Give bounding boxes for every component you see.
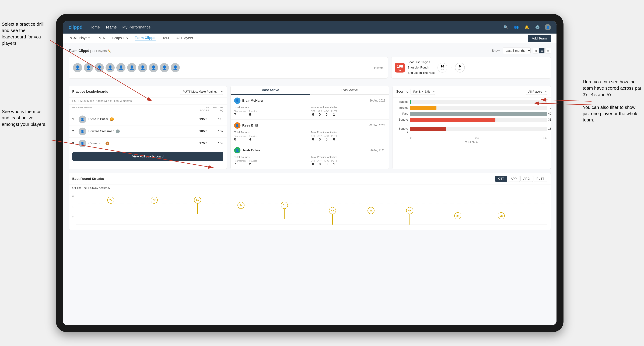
player-avatar[interactable]: 👤 — [116, 63, 126, 72]
players-label: Players — [374, 66, 384, 70]
x-axis-label: Total Shots — [396, 141, 547, 144]
rounds-row: Tournament 7 Practice 6 — [234, 110, 309, 117]
nav-logo: clippd — [68, 24, 82, 30]
lb-avatar: 👤 — [78, 116, 86, 123]
bar-label-birdies: Birdies — [396, 106, 408, 110]
player-avatar[interactable]: 👤 — [160, 63, 169, 72]
practice-activities-group: Total Practice Activities OTT 0 APP 0 — [311, 106, 385, 117]
streak-point: 4x — [406, 207, 413, 224]
player-avatar[interactable]: 👤 — [84, 63, 93, 72]
nav-performance[interactable]: My Performance — [122, 25, 150, 29]
search-icon[interactable]: 🔍 — [502, 24, 509, 30]
ipad-screen: clippd Home Teams My Performance 🔍 👥 🔔 ⚙… — [63, 21, 556, 325]
leaderboard-cols: PLAYER NAME PB SCORE PB AVG SQ — [69, 105, 227, 113]
rank: 1 — [72, 117, 76, 121]
player-avatar[interactable]: 👤 — [73, 63, 82, 72]
lb-name: Cameron... — [88, 142, 104, 145]
streak-point: 7x — [107, 197, 114, 214]
nav-home[interactable]: Home — [90, 25, 100, 29]
arg-item: ARG 0 — [324, 160, 329, 166]
player-avatar[interactable]: 👤 — [95, 63, 104, 72]
show-period-select[interactable]: Last 3 months Last 6 months Last year — [502, 47, 530, 54]
player-card-header: 👤 Rees Britt 02 Sep 2023 — [234, 122, 385, 129]
subnav-team-clippd[interactable]: Team Clippd — [135, 36, 156, 41]
bar-track-dbogeys: 131 — [410, 127, 547, 131]
streaks-tab-putt[interactable]: PUTT — [534, 176, 547, 182]
bar-track-bogeys: 311 — [410, 118, 547, 122]
player-card-name: 👤 Blair McHarg — [234, 98, 263, 104]
practice-grid: OTT 0 APP 0 ARG 0 — [311, 135, 385, 141]
col-player-name: PLAYER NAME — [72, 106, 195, 112]
player-name-text: Josh Coles — [242, 148, 260, 152]
subnav-pgat[interactable]: PGAT Players — [68, 36, 90, 41]
subnav-hcaps[interactable]: Hcaps 1-5 — [112, 36, 128, 41]
bell-icon[interactable]: 🔔 — [524, 24, 530, 30]
streak-line — [198, 204, 198, 214]
practice-col: Practice 6 — [249, 110, 257, 117]
three-col-layout: Practice Leaderboards PUTT Must Make Put… — [68, 86, 551, 169]
drill-select[interactable]: PUTT Must Make Putting... — [180, 89, 223, 95]
par-filter-select[interactable]: Par 3, 4 & 5s Par 3s Par 4s Par 5s — [410, 89, 435, 95]
practice-leaderboards-panel: Practice Leaderboards PUTT Must Make Put… — [68, 86, 227, 169]
streaks-title: Best Round Streaks — [72, 177, 104, 181]
tab-most-active[interactable]: Most Active — [231, 86, 310, 95]
streaks-tabs: OTT APP ARG PUTT — [495, 176, 547, 182]
players-filter-select[interactable]: All Players — [526, 89, 547, 95]
player-avatar[interactable]: 👤 — [127, 63, 136, 72]
streak-line — [332, 214, 333, 224]
nav-teams[interactable]: Teams — [105, 25, 117, 29]
scoring-title: Scoring — [396, 90, 408, 93]
app-item: APP 0 — [318, 160, 322, 166]
grid-view-icon[interactable]: ⊞ — [533, 48, 538, 53]
streak-circle: 6x — [151, 197, 158, 204]
streaks-chart: 6 4 2 7x 6x 6x — [69, 191, 551, 230]
player-date: 02 Sep 2023 — [370, 124, 385, 127]
add-team-button[interactable]: Add Team — [528, 35, 551, 42]
scoring-panel: Scoring Par 3, 4 & 5s Par 3s Par 4s Par … — [392, 86, 551, 169]
tournament-col: Tournament 8 — [234, 135, 246, 141]
list-view-icon[interactable]: ☰ — [539, 48, 544, 53]
bar-label-dbogeys: D. Bogeys + — [396, 124, 408, 134]
player-avatar[interactable]: 👤 — [138, 63, 147, 72]
player-avatar[interactable]: 👤 — [106, 63, 114, 72]
total-rounds-group: Total Rounds Tournament 7 Practice 6 — [234, 106, 309, 117]
tab-least-active[interactable]: Least Active — [310, 86, 389, 95]
shot-details: Shot Dist: 16 yds Start Lie: Rough End L… — [408, 60, 435, 76]
avatar[interactable]: 👤 — [544, 24, 551, 30]
streak-point: 3x — [498, 212, 505, 230]
subnav-pga[interactable]: PGA — [98, 36, 105, 41]
putt-item: PUTT 0 — [331, 135, 337, 141]
users-icon[interactable]: 👥 — [513, 24, 520, 30]
player-stats: Total Rounds Tournament 7 Practice 6 — [234, 106, 385, 117]
streaks-subtitle: Off The Tee, Fairway Accuracy — [69, 185, 551, 191]
bar-row-dbogeys: D. Bogeys + 131 — [396, 124, 547, 134]
bar-value-dbogeys: 131 — [548, 127, 551, 130]
player-date: 26 Aug 2023 — [370, 99, 385, 102]
streaks-tab-app[interactable]: APP — [508, 176, 520, 182]
subnav-all-players[interactable]: All Players — [176, 36, 193, 41]
leaderboard-row: 1 👤 Richard Butler 🏆 19/20 110 — [69, 113, 227, 125]
putt-item: PUTT 1 — [331, 110, 337, 117]
streaks-tab-ott[interactable]: OTT — [495, 176, 507, 182]
view-icons: ⊞ ☰ ▤ — [533, 48, 551, 53]
card-view-icon[interactable]: ▤ — [545, 48, 551, 53]
tournament-col: Tournament 7 — [234, 160, 246, 166]
edit-icon[interactable]: ✏️ — [108, 49, 111, 52]
total-rounds-group: Total Rounds Tournament 8 Practice 4 — [234, 131, 309, 141]
player-avatar[interactable]: 👤 — [149, 63, 158, 72]
lb-score: 17/20 — [193, 142, 207, 145]
app-item: APP 0 — [318, 135, 322, 141]
nav-items: Home Teams My Performance — [90, 25, 496, 29]
streak-circle: 4x — [368, 207, 374, 214]
practice-activities-group: Total Practice Activities OTT 0 APP 0 — [311, 156, 385, 166]
subnav-tour[interactable]: Tour — [162, 36, 170, 41]
lb-avg: 110 — [209, 117, 223, 121]
lb-score: 18/20 — [193, 130, 207, 133]
settings-icon[interactable]: ⚙️ — [534, 24, 540, 30]
view-full-leaderboard-button[interactable]: View Full Leaderboard — [72, 152, 223, 161]
bar-label-pars: Pars — [396, 112, 408, 116]
player-avatar[interactable]: 👤 — [170, 63, 180, 72]
practice-activities-group: Total Practice Activities OTT 0 APP 0 — [311, 131, 385, 141]
streaks-tab-arg[interactable]: ARG — [520, 176, 533, 182]
lb-name-badge: Richard Butler 🏆 — [88, 117, 191, 121]
